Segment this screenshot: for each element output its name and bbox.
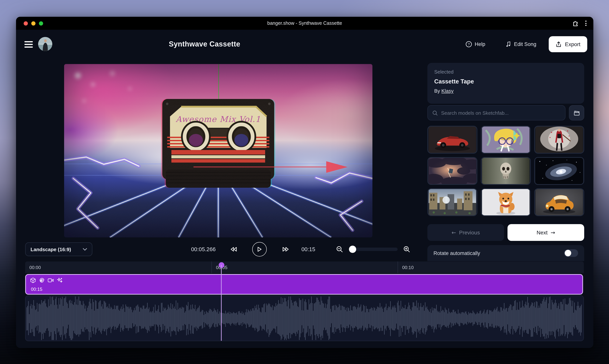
thumbnail-skull[interactable]	[481, 157, 531, 185]
zoom-out-icon	[336, 246, 343, 253]
help-button[interactable]: ? Help	[466, 41, 485, 47]
help-icon: ?	[466, 41, 472, 47]
play-icon	[257, 247, 262, 252]
selected-label: Selected	[434, 69, 577, 75]
svg-text:?: ?	[468, 42, 470, 46]
timeline-ruler[interactable]: 00:00 00:05 00:10	[25, 261, 584, 273]
model-panel: Selected Cassette Tape By Klasy	[427, 63, 584, 261]
ruler-tick: 00:00	[25, 261, 211, 273]
export-icon	[555, 41, 562, 47]
export-button[interactable]: Export	[549, 36, 587, 52]
app-header: Synthwave Cassette ? Help Edit Song	[16, 30, 593, 59]
ruler-tick: 00:05	[211, 261, 398, 273]
current-time: 00:05.266	[191, 246, 216, 252]
fast-forward-button[interactable]	[281, 245, 291, 254]
thumbnail-red-sports-car[interactable]	[427, 126, 477, 154]
vignette-overlay	[64, 64, 373, 237]
fast-forward-icon	[282, 247, 290, 252]
project-title: Synthwave Cassette	[169, 40, 240, 48]
rotate-setting-card: Rotate automatically	[427, 245, 584, 261]
model-clip[interactable]: 00:15	[25, 274, 583, 295]
hamburger-menu-icon[interactable]	[24, 41, 33, 48]
thumbnail-spiral-galaxy[interactable]	[534, 157, 584, 185]
aspect-ratio-select[interactable]: Landscape (16:9)	[25, 242, 92, 256]
extensions-icon[interactable]	[572, 20, 579, 26]
model-thumbnail-grid	[427, 126, 584, 216]
rotate-automatically-toggle[interactable]	[564, 249, 578, 257]
model-search-box[interactable]	[427, 105, 566, 120]
zoom-slider-track[interactable]	[350, 247, 398, 251]
video-camera-icon	[48, 278, 54, 283]
cube-icon	[30, 277, 36, 283]
arrow-left-icon: ←	[452, 229, 456, 235]
previous-button[interactable]: ← Previous	[427, 224, 504, 241]
timeline-zoom-slider[interactable]	[350, 246, 398, 253]
total-duration: 00:15	[302, 246, 315, 252]
player-controls: Landscape (16:9) 00:05.266 00:15	[25, 242, 417, 256]
rewind-icon	[230, 247, 237, 252]
zoom-window-button[interactable]	[39, 21, 43, 25]
traffic-lights	[16, 21, 43, 25]
thumbnail-red-cloak-character[interactable]	[534, 126, 584, 154]
selected-model-card: Selected Cassette Tape By Klasy	[427, 63, 584, 104]
rotate-automatically-label: Rotate automatically	[433, 250, 480, 256]
zoom-in-icon	[403, 246, 410, 253]
search-input[interactable]	[441, 110, 561, 116]
user-avatar[interactable]	[38, 37, 52, 51]
model-author-line: By Klasy	[434, 88, 577, 94]
rewind-button[interactable]	[228, 245, 239, 254]
zoom-in-button[interactable]	[402, 244, 412, 254]
thumbnail-shiba-dog[interactable]	[481, 188, 531, 216]
close-window-button[interactable]	[24, 21, 28, 25]
arrow-right-icon: →	[551, 229, 555, 235]
selected-model-name: Cassette Tape	[434, 78, 577, 85]
edit-song-button[interactable]: Edit Song	[506, 41, 536, 47]
playhead-line	[221, 265, 222, 341]
next-button[interactable]: Next →	[508, 224, 584, 241]
clip-duration-label: 00:15	[31, 287, 42, 292]
spiral-icon	[39, 277, 45, 283]
thumbnail-storm-clouds[interactable]	[427, 157, 477, 185]
window-title: banger.show - Synthwave Cassette	[267, 21, 342, 26]
search-icon	[432, 110, 438, 116]
music-note-icon	[506, 41, 511, 47]
clapperboard-button[interactable]	[569, 105, 584, 120]
video-preview[interactable]: Awesome Mix Vol.1	[64, 64, 373, 237]
window-titlebar: banger.show - Synthwave Cassette	[16, 17, 593, 30]
clapperboard-icon	[573, 110, 580, 116]
sparkles-icon	[57, 277, 63, 283]
thumbnail-ruined-city[interactable]	[427, 188, 477, 216]
author-link[interactable]: Klasy	[442, 88, 454, 94]
audio-waveform-track[interactable]	[25, 295, 584, 341]
timeline: 00:00 00:05 00:10 00:15	[25, 261, 584, 341]
zoom-slider-knob[interactable]	[349, 246, 356, 253]
app-window: banger.show - Synthwave Cassette	[16, 17, 593, 348]
zoom-out-button[interactable]	[335, 244, 345, 254]
thumbnail-orange-vintage-car[interactable]	[534, 188, 584, 216]
play-button[interactable]	[252, 242, 267, 257]
thumbnail-anime-girl[interactable]	[481, 126, 531, 154]
chevron-down-icon	[83, 248, 87, 251]
ruler-tick: 00:10	[398, 261, 584, 273]
browser-menu-icon[interactable]	[585, 19, 587, 27]
minimize-window-button[interactable]	[31, 21, 36, 25]
